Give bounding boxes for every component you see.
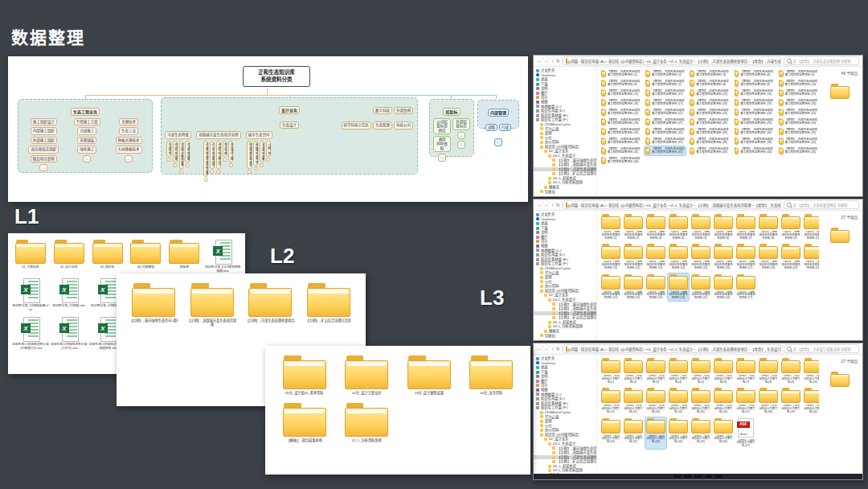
folder-item[interactable]: 04分_业务资料 bbox=[461, 355, 523, 395]
back-button[interactable]: ← bbox=[537, 59, 542, 64]
explorer-file-item[interactable]: 【案例】_海绵城市生态修复项目资料 (11) bbox=[600, 243, 621, 270]
folder-item[interactable]: 【示例】_城市绿地生态空间 (群) bbox=[125, 283, 183, 327]
forward-button[interactable]: → bbox=[544, 59, 549, 64]
explorer-file-item[interactable]: 【资料】_生态治理设计方案文档 (24) bbox=[668, 417, 689, 449]
folder-item[interactable]: 01_工程业务 bbox=[11, 240, 50, 273]
excel-file-item[interactable]: X正和生态公司级知识库分类_V2打分.xlsx bbox=[50, 317, 88, 350]
explorer-file-item[interactable]: 【资料】_生态治理设计方案文档 (12) bbox=[623, 387, 644, 414]
explorer-file-item[interactable]: 【案例】_海绵城市生态修复项目资料 (16) bbox=[713, 243, 734, 270]
explorer-file-item[interactable]: 【资料】_生态治理设计方案文档 (26) bbox=[713, 417, 734, 449]
folder-item[interactable]: 01_1_分析资料案例 bbox=[336, 403, 399, 442]
explorer-file-item[interactable]: 【案例】_海绵城市生态修复项目资料 (17) bbox=[735, 243, 756, 270]
explorer-file-item[interactable]: 【案例】_河道生态治理修复工程项目全套资料 (14) bbox=[734, 88, 775, 97]
explorer-file-item[interactable]: 【资料】_生态治理设计方案文档 (19) bbox=[780, 387, 801, 414]
folder-item[interactable]: 【示例】_河流生态治理修复项目 bbox=[241, 283, 300, 327]
explorer-file-item[interactable]: 【案例】_河道生态治理修复工程项目全套资料 (18) bbox=[689, 98, 730, 107]
explorer-file-item[interactable]: 【案例】_河道生态治理修复工程项目全套资料 (40) bbox=[778, 137, 819, 146]
explorer-file-item[interactable]: 【案例】_河道生态治理修复工程项目全套资料 (12) bbox=[645, 88, 686, 97]
explorer-file-item[interactable]: 【案例】_海绵城市生态修复项目资料 (22) bbox=[623, 273, 644, 301]
address-bar[interactable]: 公用盘 › 知识库母盘 (A:) › 知识库 (公司级资料库) › 02_设计业… bbox=[563, 56, 781, 65]
explorer-file-item[interactable]: 【案例】_河道生态治理修复工程项目全套资料 (16) bbox=[600, 98, 641, 107]
explorer-file-item[interactable]: 【资料】_生态治理设计方案文档 (2) bbox=[623, 357, 644, 384]
explorer-file-item[interactable]: 【案例】_海绵城市生态修复项目资料 (5) bbox=[690, 213, 711, 240]
explorer-file-item[interactable]: 【案例】_河道生态治理修复工程项目全套资料 (32) bbox=[645, 127, 686, 136]
search-input[interactable]: 在 【类型】_生态设计成果文档 中搜索 bbox=[784, 344, 859, 353]
explorer-file-item[interactable]: 【案例】_河道生态治理修复工程项目全套资料 (23) bbox=[689, 108, 730, 117]
explorer-file-item[interactable]: 【案例】_河道生态治理修复工程项目全套资料 (31) bbox=[600, 127, 641, 136]
explorer-file-item[interactable]: 【案例】_河道生态治理修复工程项目全套资料 (44) bbox=[734, 146, 775, 155]
sidebar-item[interactable]: 回收站 bbox=[534, 334, 596, 339]
explorer-file-item[interactable]: 【资料】_生态治理设计方案文档 (10) bbox=[803, 357, 819, 384]
explorer-file-item[interactable]: 【案例】_河道生态治理修复工程项目全套资料 (9) bbox=[734, 79, 775, 88]
explorer-file-item[interactable]: 【资料】_生态治理设计方案文档 (25) bbox=[690, 417, 711, 449]
search-input[interactable]: 在 【类型】_河道生态治理案例 中搜索 bbox=[784, 56, 859, 65]
explorer-file-item[interactable]: 【案例】_河道生态治理修复工程项目全套资料 (19) bbox=[734, 98, 775, 107]
explorer-file-item[interactable]: 【案例】_海绵城市生态修复项目资料 (27) bbox=[735, 273, 756, 301]
refresh-button[interactable]: ↻ bbox=[556, 203, 560, 208]
back-button[interactable]: ← bbox=[537, 203, 542, 208]
excel-file-item[interactable]: X知识库分类_V4.0规划逻辑梳理.xlsx bbox=[203, 240, 242, 273]
explorer-file-item[interactable]: 【资料】_生态治理设计方案文档 (21) bbox=[600, 417, 621, 449]
explorer-file-item[interactable]: 【案例】_海绵城市生态修复项目资料 (13) bbox=[645, 243, 666, 270]
explorer-file-item[interactable]: 【案例】_河道生态治理修复工程项目全套资料 (3) bbox=[689, 69, 730, 78]
explorer-file-item[interactable]: 【案例】_河道生态治理修复工程项目全套资料 (1) bbox=[600, 69, 641, 78]
forward-button[interactable]: → bbox=[544, 347, 549, 351]
explorer-file-item[interactable]: 【案例】_河道生态治理修复工程项目全套资料 (37) bbox=[645, 137, 686, 146]
explorer-file-item[interactable]: 【案例】_河道生态治理修复工程项目全套资料 (25) bbox=[778, 108, 819, 117]
explorer-file-item[interactable]: 【案例】_河道生态治理修复工程项目全套资料 (10) bbox=[778, 79, 819, 88]
explorer-file-item[interactable]: PDFAdobe【资料】_生态治理设计方案文档 (27) bbox=[735, 417, 756, 449]
folder-item[interactable]: 03_招投标 bbox=[88, 240, 127, 273]
explorer-file-item[interactable]: 【案例】_河道生态治理修复工程项目全套资料 (11) bbox=[600, 88, 641, 97]
explorer-file-item[interactable]: 【案例】_海绵城市生态修复项目资料 (10) bbox=[803, 213, 819, 240]
folder-item[interactable]: 【模板】_项目成果样例 bbox=[273, 403, 336, 442]
explorer-file-item[interactable]: 【案例】_河道生态治理修复工程项目全套资料 (7) bbox=[645, 79, 686, 88]
up-button[interactable]: ↑ bbox=[551, 203, 554, 208]
explorer-file-item[interactable]: 【案例】_河道生态治理修复工程项目全套资料 (6) bbox=[600, 79, 641, 88]
explorer-file-item[interactable]: 【案例】_海绵城市生态修复项目资料 (7) bbox=[735, 213, 756, 240]
explorer-file-item[interactable]: 【案例】_海绵城市生态修复项目资料 (15) bbox=[690, 243, 711, 270]
explorer-file-item[interactable]: 【案例】_河道生态治理修复工程项目全套资料 (22) bbox=[645, 108, 686, 117]
explorer-file-item[interactable]: 【资料】_生态治理设计方案文档 (4) bbox=[668, 357, 689, 384]
explorer-file-item[interactable]: 【资料】_生态治理设计方案文档 (9) bbox=[780, 357, 801, 384]
explorer-file-item[interactable]: 【资料】_生态治理设计方案文档 (7) bbox=[735, 357, 756, 384]
explorer-file-item[interactable]: 【案例】_海绵城市生态修复项目资料 (6) bbox=[713, 213, 734, 240]
folder-item[interactable]: 02_设计业务 bbox=[50, 240, 88, 273]
explorer-file-item[interactable]: 【资料】_生态治理设计方案文档 (3) bbox=[645, 357, 666, 384]
explorer-file-item[interactable]: 【案例】_海绵城市生态修复项目资料 (21) bbox=[600, 273, 621, 301]
explorer-file-item[interactable]: 【案例】_海绵城市生态修复项目资料 (9) bbox=[780, 213, 801, 240]
folder-item[interactable]: 02分_设计方案文档 bbox=[336, 355, 399, 395]
up-button[interactable]: ↑ bbox=[551, 59, 554, 64]
folder-item[interactable]: 【示例】_矿山综合治理示范区 bbox=[300, 283, 358, 327]
folder-item[interactable]: 04_内部管理 bbox=[126, 240, 165, 273]
explorer-file-item[interactable]: 【案例】_海绵城市生态修复项目资料 (1) bbox=[600, 213, 621, 240]
explorer-file-item[interactable]: 【案例】_海绵城市生态修复项目资料 (3) bbox=[645, 213, 666, 240]
explorer-file-item[interactable]: 【资料】_生态治理设计方案文档 (14) bbox=[668, 387, 689, 414]
explorer-file-item[interactable]: 【资料】_生态治理设计方案文档 (8) bbox=[758, 357, 779, 384]
explorer-file-item[interactable]: 【资料】_生态治理设计方案文档 (11) bbox=[600, 387, 621, 414]
explorer-file-item[interactable]: 【案例】_河道生态治理修复工程项目全套资料 (38) bbox=[689, 137, 730, 146]
folder-item[interactable]: 模板库 bbox=[165, 240, 203, 273]
explorer-file-item[interactable]: 【案例】_河道生态治理修复工程项目全套资料 (24) bbox=[734, 108, 775, 117]
address-bar[interactable]: 公用盘 › 知识库母盘 (A:) › 知识库 (公司级资料库) › 02_设计业… bbox=[563, 200, 781, 209]
explorer-file-item[interactable]: 【资料】_生态治理设计方案文档 (6) bbox=[713, 357, 734, 384]
explorer-file-item[interactable]: 【案例】_海绵城市生态修复项目资料 (14) bbox=[668, 243, 689, 270]
refresh-button[interactable]: ↻ bbox=[556, 347, 560, 351]
explorer-file-item[interactable]: 【案例】_河道生态治理修复工程项目全套资料 (27) bbox=[645, 117, 686, 126]
explorer-file-item[interactable]: 【案例】_河道生态治理修复工程项目全套资料 (17) bbox=[645, 98, 686, 107]
explorer-file-item[interactable]: 【案例】_河道生态治理修复工程项目全套资料 (20) bbox=[778, 98, 819, 107]
explorer-file-item[interactable]: 【案例】_河道生态治理修复工程项目全套资料 (8) bbox=[689, 79, 730, 88]
explorer-file-item[interactable]: 【案例】_河道生态治理修复工程项目全套资料 (29) bbox=[734, 117, 775, 126]
explorer-file-item[interactable]: 【案例】_海绵城市生态修复项目资料 (8) bbox=[758, 213, 779, 240]
explorer-file-item[interactable]: 【案例】_河道生态治理修复工程项目全套资料 (26) bbox=[600, 117, 641, 126]
explorer-file-item[interactable]: 【案例】_河道生态治理修复工程项目全套资料 (43) bbox=[689, 146, 730, 155]
folder-item[interactable]: 【示例】_海绵城市及生态雨洪管理 bbox=[183, 283, 242, 327]
search-input[interactable]: 在 【类型】_生态修复案例库 中搜索 bbox=[784, 200, 859, 209]
explorer-file-item[interactable]: 【案例】_海绵城市生态修复项目资料 (25) bbox=[690, 273, 711, 301]
explorer-file-item[interactable]: 【案例】_河道生态治理修复工程项目全套资料 (34) bbox=[734, 127, 775, 136]
explorer-file-item[interactable]: 【案例】_海绵城市生态修复项目资料 (26) bbox=[713, 273, 734, 301]
back-button[interactable]: ← bbox=[537, 347, 542, 351]
explorer-file-item[interactable]: 【案例】_河道生态治理修复工程项目全套资料 (5) bbox=[778, 69, 819, 78]
explorer-file-item[interactable]: 【案例】_河道生态治理修复工程项目全套资料 (42) bbox=[645, 146, 686, 155]
explorer-file-item[interactable]: 【案例】_海绵城市生态修复项目资料 (19) bbox=[780, 243, 801, 270]
sidebar-item[interactable]: 回收站 bbox=[534, 190, 596, 195]
